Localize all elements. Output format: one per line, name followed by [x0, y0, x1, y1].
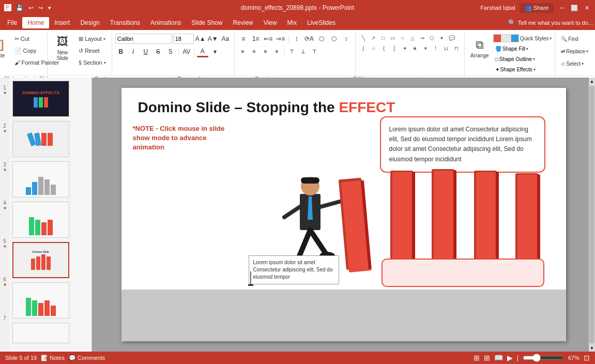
zoom-slider[interactable] — [523, 354, 564, 362]
share-button[interactable]: 👥 Share — [520, 3, 554, 13]
tab-mix[interactable]: Mix — [282, 17, 302, 28]
replace-button[interactable]: ⇄ Replace ▾ — [558, 46, 591, 57]
increase-indent-button[interactable]: ⇒≡ — [275, 33, 286, 44]
shape-more[interactable]: ▾ — [437, 33, 447, 42]
tab-liveslides[interactable]: LiveSlides — [302, 17, 341, 28]
strikethrough-button[interactable]: S — [152, 46, 164, 57]
align-middle-button[interactable]: ⊥ — [298, 46, 309, 56]
decrease-indent-button[interactable]: ⇐≡ — [263, 33, 274, 44]
new-slide-button[interactable]: 🖼 NewSlide — [51, 33, 74, 63]
layout-button[interactable]: ⊞ Layout ▾ — [76, 33, 109, 44]
tab-insert[interactable]: Insert — [49, 17, 75, 28]
italic-button[interactable]: I — [128, 46, 139, 57]
shape-rtarrow[interactable]: ⇒ — [418, 33, 427, 42]
style-swatch-1[interactable] — [493, 34, 501, 42]
shape-line[interactable]: ╲ — [359, 33, 368, 42]
scroll-down-button[interactable]: ▼ — [589, 344, 595, 352]
tab-design[interactable]: Design — [75, 17, 104, 28]
reading-view-button[interactable]: 📖 — [494, 354, 503, 362]
customize-button[interactable]: ▾ — [47, 4, 53, 12]
shape-bang[interactable]: ! — [431, 43, 440, 53]
align-center-button[interactable]: ≡ — [249, 46, 260, 56]
v-scrollbar[interactable]: ▲ ▼ — [589, 78, 595, 352]
shape-custom1[interactable]: ⊔ — [441, 43, 451, 53]
tab-slideshow[interactable]: Slide Show — [186, 17, 227, 28]
shape-star6[interactable]: ✶ — [421, 43, 430, 53]
underline-button[interactable]: U — [140, 46, 151, 57]
slide-thumb-4[interactable] — [11, 201, 89, 239]
align-right-button[interactable]: ≡ — [261, 46, 271, 56]
style-swatch-3[interactable] — [511, 34, 519, 42]
scroll-thumb[interactable] — [589, 86, 594, 343]
shape-custom2[interactable]: ⊓ — [452, 43, 461, 53]
close-button[interactable]: ✕ — [583, 4, 591, 12]
arrange-button[interactable]: ⧉ Arrange — [468, 33, 492, 63]
font-color-button[interactable]: A — [197, 46, 208, 57]
font-face-input[interactable] — [115, 34, 172, 44]
text-direction-button[interactable]: ⟳A — [303, 33, 315, 44]
align-top-button[interactable]: ⊤ — [287, 46, 297, 56]
undo-button[interactable]: ↩ — [27, 4, 35, 12]
justify-button[interactable]: ≡ — [272, 46, 282, 56]
columns-button[interactable]: ⫶ — [291, 33, 302, 44]
shape-star5[interactable]: ★ — [410, 43, 420, 53]
align-left-button[interactable]: ≡ — [238, 46, 248, 56]
scroll-up-button[interactable]: ▲ — [589, 78, 595, 85]
tab-file[interactable]: File — [2, 17, 22, 28]
shape-arrow[interactable]: ↗ — [369, 33, 378, 42]
shape-brace[interactable]: { — [379, 43, 389, 53]
restore-button[interactable]: ⬜ — [570, 4, 578, 12]
tab-review[interactable]: Review — [227, 17, 258, 28]
shape-effects-button[interactable]: ✦ Shape Effects ▾ — [493, 65, 552, 74]
bullets-button[interactable]: ≡ — [238, 33, 249, 44]
decrease-font-button[interactable]: A▼ — [207, 33, 219, 44]
shape-bracket[interactable]: [ — [390, 43, 399, 53]
reset-button[interactable]: ↺ Reset — [76, 45, 109, 56]
quick-styles-arrow[interactable]: ▾ — [550, 36, 552, 41]
slideshow-view-button[interactable]: ▶ — [507, 354, 513, 362]
slide-thumb-6[interactable] — [11, 281, 89, 320]
smartart-button[interactable]: ⬡ — [328, 33, 340, 44]
section-button[interactable]: § Section ▾ — [76, 57, 109, 68]
shape-fill-button[interactable]: 🪣 Shape Fill ▾ — [493, 44, 552, 54]
fit-window-button[interactable]: ⊡ — [584, 354, 590, 362]
slide-sorter-button[interactable]: ⊞ — [484, 354, 490, 362]
shape-oval[interactable]: ○ — [398, 33, 407, 42]
shape-rect[interactable]: □ — [378, 33, 388, 42]
numbering-button[interactable]: 1≡ — [250, 33, 262, 44]
shape-triangle[interactable]: △ — [408, 33, 417, 42]
convert-button[interactable]: ⬡ — [316, 33, 327, 44]
character-spacing-button[interactable]: AV — [181, 46, 192, 57]
style-swatch-2[interactable] — [502, 34, 510, 42]
select-button[interactable]: ⊹ Select ▾ — [558, 58, 586, 69]
text-shadow-button[interactable]: S — [165, 46, 176, 57]
shape-pentagon[interactable]: ⬠ — [428, 33, 437, 42]
redo-button[interactable]: ↪ — [37, 4, 44, 12]
tab-view[interactable]: View — [258, 17, 282, 28]
slide-thumb-2[interactable] — [11, 120, 89, 158]
shape-star4[interactable]: ✦ — [400, 43, 409, 53]
minimize-button[interactable]: ─ — [558, 4, 566, 12]
shape-curve[interactable]: ∫ — [359, 43, 368, 53]
slide-thumb-7[interactable] — [11, 322, 89, 344]
clear-format-button[interactable]: Aa — [220, 33, 231, 44]
bold-button[interactable]: B — [115, 46, 127, 57]
notes-button[interactable]: 📝 Notes — [41, 355, 65, 361]
align-bottom-button[interactable]: ⊤ — [310, 46, 320, 56]
paste-button[interactable]: 📋 Paste — [0, 33, 10, 63]
line-spacing-button[interactable]: ↕ — [341, 33, 352, 44]
shape-arc[interactable]: ∩ — [369, 43, 378, 53]
increase-font-button[interactable]: A▲ — [195, 33, 206, 44]
slide-thumb-5[interactable]: Domino Slide — [11, 241, 89, 279]
save-button[interactable]: 💾 — [14, 4, 25, 12]
shape-outline-button[interactable]: □ Shape Outline ▾ — [493, 54, 552, 64]
font-highlight-button[interactable]: ▾ — [209, 46, 221, 57]
normal-view-button[interactable]: ⊞ — [474, 354, 480, 362]
slide-thumb-3[interactable] — [11, 160, 89, 199]
slide-thumb-1[interactable]: DOMINO EFFECTS — [11, 80, 89, 118]
find-button[interactable]: 🔍 Find — [558, 33, 581, 44]
shape-callout[interactable]: 💬 — [447, 33, 456, 42]
comments-button[interactable]: 💬 Comments — [69, 355, 105, 361]
shape-round-rect[interactable]: ▭ — [388, 33, 398, 42]
tab-transitions[interactable]: Transitions — [105, 17, 145, 28]
